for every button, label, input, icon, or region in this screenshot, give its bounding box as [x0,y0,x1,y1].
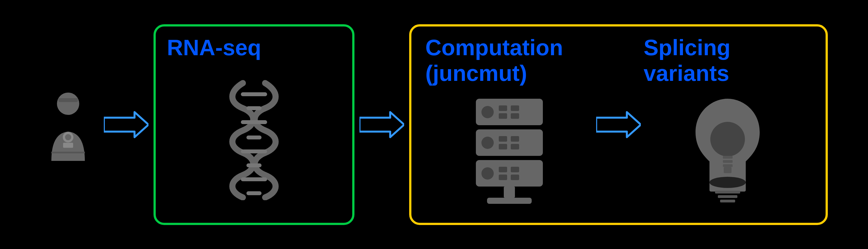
svg-rect-26 [511,144,519,149]
svg-point-37 [710,177,746,188]
svg-rect-24 [499,144,507,149]
svg-point-28 [482,167,494,180]
rna-seq-title: RNA-seq [167,35,261,61]
svg-rect-43 [715,191,740,193]
dna-icon-container [167,63,341,214]
svg-marker-14 [360,112,404,137]
svg-rect-34 [487,198,532,204]
server-icon-svg [467,96,551,208]
diagram-container: RNA-seq [16,10,852,239]
splicing-title: Splicing variants [644,35,812,86]
brain-icon-container [644,89,812,214]
svg-rect-32 [511,175,519,180]
svg-rect-20 [511,113,519,119]
svg-rect-31 [511,167,519,172]
svg-rect-3 [63,143,73,148]
doctor-icon-svg [40,88,96,161]
rna-seq-box: RNA-seq [154,24,354,225]
svg-rect-41 [723,164,733,167]
arrow-1 [104,111,149,139]
svg-rect-29 [499,167,507,172]
svg-rect-23 [499,136,507,142]
svg-point-22 [482,137,494,149]
svg-rect-40 [723,160,733,163]
svg-point-38 [710,122,745,156]
svg-rect-33 [504,186,515,198]
svg-marker-5 [104,112,149,137]
svg-rect-30 [499,175,507,180]
brain-icon-svg [684,96,771,208]
server-icon-container [425,89,593,214]
computation-section: Computation (juncmut) [425,35,593,214]
arrow-3 [596,35,641,214]
yellow-box: Computation (juncmut) [409,24,828,225]
svg-rect-18 [499,113,507,119]
svg-rect-45 [720,200,735,203]
svg-rect-39 [723,156,733,159]
arrow-2 [360,111,404,139]
svg-point-0 [57,93,79,115]
svg-rect-1 [58,98,78,102]
svg-rect-25 [511,136,519,142]
svg-rect-42 [724,167,732,173]
svg-rect-19 [511,105,519,111]
computation-title: Computation (juncmut) [425,35,563,86]
svg-rect-44 [718,195,737,198]
svg-point-16 [482,106,494,118]
svg-marker-35 [596,112,641,137]
splicing-section: Splicing variants [644,35,812,214]
doctor-section [40,88,96,161]
dna-icon-svg [207,77,302,200]
svg-rect-17 [499,105,507,111]
